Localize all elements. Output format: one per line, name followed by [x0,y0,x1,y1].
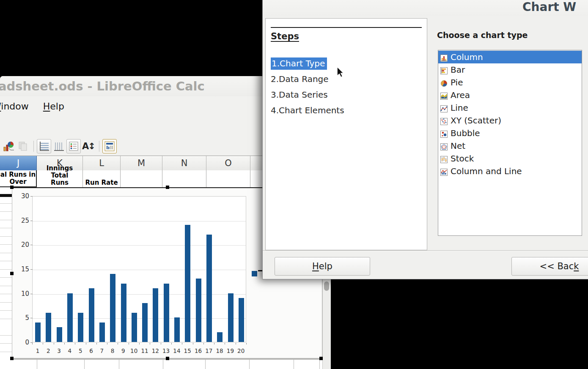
legend-on-off-icon[interactable] [66,139,81,153]
column-header-N[interactable]: N [162,156,206,170]
chart-type-label: Line [451,103,468,113]
cell-empty[interactable] [206,170,250,187]
wizard-steps-pane: Steps 1.Chart Type2.Data Range3.Data Ser… [265,18,427,250]
x-tick-label: 1 [32,347,43,354]
x-tick-mark [150,343,150,344]
chart-plot-area [32,196,246,342]
mouse-cursor [336,66,346,78]
x-tick-label: 15 [182,347,193,354]
bubble-chart-icon [440,130,448,137]
sheet-gridline [84,360,85,369]
wizard-titlebar[interactable]: Chart W [263,0,588,16]
selection-handle[interactable] [10,272,14,275]
chart-type-label: Net [451,141,465,151]
x-tick-label: 12 [150,347,161,354]
bar [174,317,180,342]
chart-type-column-and-line[interactable]: Column and Line [438,165,582,178]
data-table-icon[interactable] [102,139,117,153]
sheet-rows-left-strip [0,187,12,369]
selection-handle[interactable] [319,357,323,360]
copy-icon[interactable] [16,139,30,153]
bar [185,225,190,342]
x-tick-mark [203,343,204,344]
vertical-grids-icon[interactable] [52,139,66,153]
y-tick-mark [30,221,33,221]
x-tick-mark [54,343,54,344]
cell-empty[interactable] [121,170,162,187]
cell-L[interactable]: Run Rate [83,170,121,187]
net-chart-icon [440,142,448,150]
y-tick-label: 0 [15,339,29,346]
scale-text-icon[interactable]: A↕ [82,139,95,153]
wizard-step-1[interactable]: 1.Chart Type [271,58,327,68]
bar [35,323,41,342]
chart-type-bubble[interactable]: Bubble [438,127,582,139]
chart-type-area[interactable]: Area [438,89,582,101]
y-tick-mark [30,245,33,245]
x-tick-mark [118,343,118,344]
chart-gridline [33,294,246,295]
toolbar-separator [99,141,99,152]
x-tick-label: 16 [193,347,204,354]
x-tick-label: 20 [236,347,247,354]
wizard-step-3[interactable]: 3.Data Series [271,90,328,100]
chart-type-line[interactable]: Line [438,101,582,114]
menu-item-window[interactable]: Window [0,101,29,112]
x-tick-label: 19 [225,347,236,354]
help-button[interactable]: Help [275,257,370,276]
chart-type-column[interactable]: Column [438,51,582,63]
bar [206,235,212,342]
sheet-gridline [205,360,206,369]
chart-gridline [33,221,246,221]
bar [217,332,223,342]
x-tick-label: 14 [171,347,182,354]
x-tick-mark [86,343,86,344]
y-tick-label: 30 [15,192,29,200]
selection-handle[interactable] [166,357,169,360]
bar [121,284,126,342]
pie-chart-icon [440,79,448,86]
sheet-gridline [163,360,163,369]
chart-type-listbox[interactable]: ColumnBarPieAreaLineXY (Scatter)BubbleNe… [438,50,582,236]
chart-type-icon[interactable] [2,139,15,153]
x-tick-mark [236,343,236,344]
xy-scatter-chart-icon [440,117,448,124]
wizard-step-2[interactable]: 2.Data Range [271,74,329,84]
chart-type-pie[interactable]: Pie [438,76,582,89]
chart-type-bar[interactable]: Bar [438,63,582,76]
column-header-J[interactable]: J [0,156,37,170]
selection-handle[interactable] [10,186,14,189]
y-tick-label: 15 [15,265,29,273]
horizontal-grids-icon[interactable] [37,139,51,153]
x-tick-label: 17 [203,347,214,354]
scrollbar-thumb[interactable] [324,282,329,291]
column-header-L[interactable]: L [83,156,121,170]
chart-type-stock[interactable]: Stock [438,152,582,165]
chart-type-label: Area [451,90,470,100]
back-button[interactable]: << Back [511,257,588,276]
chart-type-label: Column and Line [451,166,522,176]
column-header-M[interactable]: M [121,156,162,170]
sheet-gridline [119,360,119,369]
x-tick-mark [32,343,33,344]
calc-window-title: adsheet.ods - LibreOffice Calc [0,79,205,93]
y-tick-mark [30,294,33,294]
bar [46,313,51,342]
x-tick-label: 2 [43,347,54,354]
wizard-step-4[interactable]: 4.Chart Elements [271,105,344,115]
x-tick-mark [75,343,75,344]
menu-item-help[interactable]: Help [43,101,64,112]
y-tick-label: 10 [15,290,29,298]
cell-empty[interactable] [162,170,206,187]
x-tick-mark [161,343,161,344]
cell-J[interactable]: al Runs inOver [0,170,37,187]
chart-type-net[interactable]: Net [438,139,582,152]
x-tick-mark [214,343,214,344]
selection-handle[interactable] [10,357,14,360]
x-tick-label: 3 [54,347,65,354]
column-header-O[interactable]: O [206,156,250,170]
bar [153,288,158,342]
selection-handle[interactable] [166,186,169,189]
chart-type-xy-scatter-[interactable]: XY (Scatter) [438,114,582,127]
cell-K[interactable]: Innings TotalRuns [37,170,83,187]
